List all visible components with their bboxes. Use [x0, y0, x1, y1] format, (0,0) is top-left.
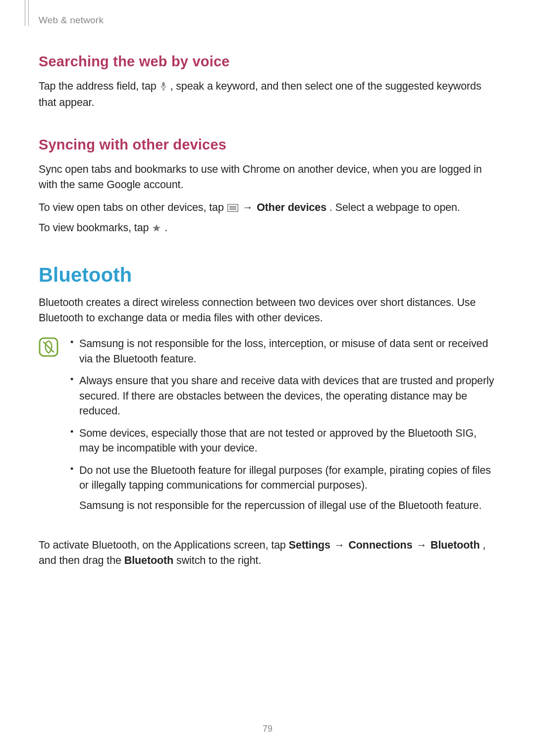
header-tick-mark [25, 0, 29, 26]
breadcrumb: Web & network [39, 15, 496, 26]
text-fragment: . Select a webpage to open. [329, 202, 460, 213]
page-number: 79 [0, 724, 535, 734]
note-item: Some devices, especially those that are … [67, 426, 496, 456]
note-list: Samsung is not responsible for the loss,… [67, 336, 496, 520]
text-fragment: Do not use the Bluetooth feature for ill… [79, 464, 491, 492]
para-sync-intro: Sync open tabs and bookmarks to use with… [39, 162, 496, 192]
svg-rect-0 [162, 82, 164, 87]
arrow-icon: → [334, 539, 348, 551]
para-activate-bluetooth: To activate Bluetooth, on the Applicatio… [39, 538, 496, 568]
text-fragment: Tap the address field, tap [39, 80, 160, 92]
text-bold-bluetooth: Bluetooth [430, 539, 480, 551]
text-fragment: Samsung is not responsible for the reper… [79, 498, 496, 513]
text-fragment: To view open tabs on other devices, tap [39, 202, 227, 213]
para-view-bookmarks: To view bookmarks, tap . [39, 220, 496, 237]
arrow-icon: → [243, 202, 256, 213]
para-bluetooth-intro: Bluetooth creates a direct wireless conn… [39, 295, 496, 325]
text-bold-bluetooth-switch: Bluetooth [124, 554, 173, 566]
text-fragment: To view bookmarks, tap [39, 222, 152, 234]
note-item: Do not use the Bluetooth feature for ill… [67, 463, 496, 513]
para-search-voice: Tap the address field, tap , speak a key… [39, 79, 496, 110]
arrow-icon: → [416, 539, 429, 551]
heading-syncing-devices: Syncing with other devices [39, 137, 496, 153]
note-block: Samsung is not responsible for the loss,… [39, 336, 496, 520]
text-bold-settings: Settings [289, 539, 330, 551]
text-bold-other-devices: Other devices [257, 202, 326, 213]
text-fragment: switch to the right. [176, 554, 261, 566]
heading-searching-web-voice: Searching the web by voice [39, 53, 496, 70]
note-item: Always ensure that you share and receive… [67, 373, 496, 419]
text-fragment: . [164, 222, 167, 234]
menu-icon [227, 201, 238, 216]
text-fragment: To activate Bluetooth, on the Applicatio… [39, 539, 289, 551]
microphone-icon [160, 80, 167, 95]
para-view-tabs: To view open tabs on other devices, tap … [39, 200, 496, 216]
note-icon [39, 337, 58, 520]
text-bold-connections: Connections [348, 539, 412, 551]
heading-bluetooth: Bluetooth [39, 264, 496, 286]
star-icon [152, 221, 161, 237]
note-item: Samsung is not responsible for the loss,… [67, 336, 496, 366]
